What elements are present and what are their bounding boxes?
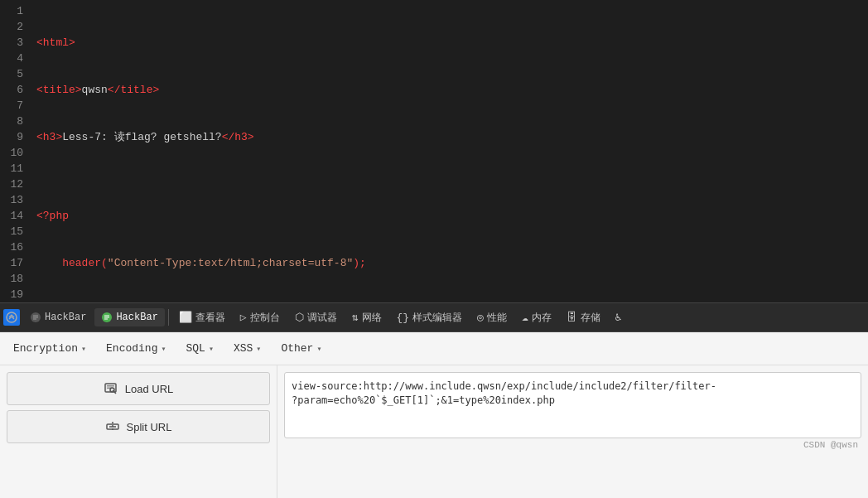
- tab-inspector[interactable]: ⬜ 查看器: [172, 307, 232, 328]
- tab-performance[interactable]: ◎ 性能: [470, 307, 514, 328]
- sql-label: SQL: [186, 342, 205, 355]
- code-lines: <html> <title>qwsn</title> <h3>Less-7: 读…: [30, 0, 868, 302]
- other-label: Other: [281, 342, 313, 355]
- memory-icon: ☁: [522, 311, 528, 324]
- tab-hackbar-inactive-label: HackBar: [45, 312, 86, 323]
- debugger-icon: ⬡: [295, 311, 304, 324]
- load-url-icon: [104, 381, 118, 396]
- split-url-button[interactable]: Split URL: [7, 410, 270, 443]
- tab-network[interactable]: ⇅ 网络: [345, 307, 388, 328]
- style-icon: {}: [397, 312, 410, 324]
- svg-point-0: [7, 312, 17, 322]
- tab-hackbar-inactive[interactable]: HackBar: [23, 308, 93, 326]
- hackbar-content: Load URL Split URL view-source:http://ww: [0, 365, 868, 498]
- load-url-button[interactable]: Load URL: [7, 372, 270, 405]
- other-arrow: ▾: [316, 344, 321, 354]
- hackbar-icon-1: [30, 312, 41, 323]
- split-url-icon: [105, 419, 120, 434]
- menu-encryption[interactable]: Encryption ▾: [10, 341, 89, 356]
- tab-inspector-label: 查看器: [195, 311, 225, 325]
- tab-storage-label: 存储: [581, 311, 600, 325]
- right-panel: view-source:http://www.include.qwsn/exp/…: [277, 365, 868, 498]
- encoding-arrow: ▾: [161, 344, 166, 354]
- menu-other[interactable]: Other ▾: [277, 341, 325, 356]
- menu-sql[interactable]: SQL ▾: [183, 341, 217, 356]
- xss-label: XSS: [234, 342, 253, 355]
- load-url-label: Load URL: [125, 383, 174, 395]
- line-numbers: 1234 5678 9101112 13141516 171819: [0, 0, 30, 302]
- hackbar-panel: Encryption ▾ Encoding ▾ SQL ▾ XSS ▾ Othe…: [0, 332, 868, 498]
- watermark: CSDN @qwsn: [284, 438, 861, 452]
- tab-hackbar-active[interactable]: HackBar: [94, 308, 164, 326]
- network-icon: ⇅: [352, 311, 359, 324]
- encryption-arrow: ▾: [81, 344, 86, 354]
- tab-style-label: 样式编辑器: [412, 311, 462, 325]
- encryption-label: Encryption: [13, 342, 78, 355]
- separator-1: [168, 309, 169, 326]
- tab-memory[interactable]: ☁ 内存: [515, 307, 558, 328]
- storage-icon: 🗄: [567, 312, 577, 324]
- url-input[interactable]: view-source:http://www.include.qwsn/exp/…: [284, 372, 861, 438]
- tab-memory-label: 内存: [532, 311, 552, 325]
- svg-rect-4: [107, 385, 114, 387]
- inspector-icon: ⬜: [179, 311, 192, 324]
- left-panel: Load URL Split URL: [0, 365, 277, 498]
- encoding-label: Encoding: [106, 342, 157, 355]
- devtools-logo: [3, 309, 20, 326]
- menu-xss[interactable]: XSS ▾: [230, 341, 264, 356]
- console-icon: ▷: [240, 311, 247, 324]
- hackbar-icon-2: [101, 312, 113, 323]
- tab-debugger[interactable]: ⬡ 调试器: [288, 307, 344, 328]
- menu-encoding[interactable]: Encoding ▾: [103, 341, 169, 356]
- tab-style-editor[interactable]: {} 样式编辑器: [390, 307, 470, 328]
- tab-console[interactable]: ▷ 控制台: [234, 307, 287, 328]
- tab-debugger-label: 调试器: [307, 311, 337, 325]
- split-url-label: Split URL: [127, 421, 172, 433]
- tab-console-label: 控制台: [250, 311, 280, 325]
- tab-perf-label: 性能: [487, 311, 507, 325]
- tab-storage[interactable]: 🗄 存储: [560, 307, 607, 328]
- tab-hackbar-active-label: HackBar: [116, 312, 157, 323]
- code-editor: 1234 5678 9101112 13141516 171819 <html>…: [0, 0, 868, 302]
- hackbar-menu: Encryption ▾ Encoding ▾ SQL ▾ XSS ▾ Othe…: [0, 332, 868, 365]
- sql-arrow: ▾: [209, 344, 214, 354]
- xss-arrow: ▾: [256, 344, 261, 354]
- tab-network-label: 网络: [362, 311, 382, 325]
- devtools-toolbar: HackBar HackBar ⬜ 查看器 ▷ 控制台 ⬡ 调试器 ⇅ 网络 {…: [0, 302, 868, 332]
- tab-accessibility[interactable]: ♿: [609, 307, 629, 327]
- perf-icon: ◎: [477, 311, 484, 324]
- accessibility-icon: ♿: [615, 311, 622, 324]
